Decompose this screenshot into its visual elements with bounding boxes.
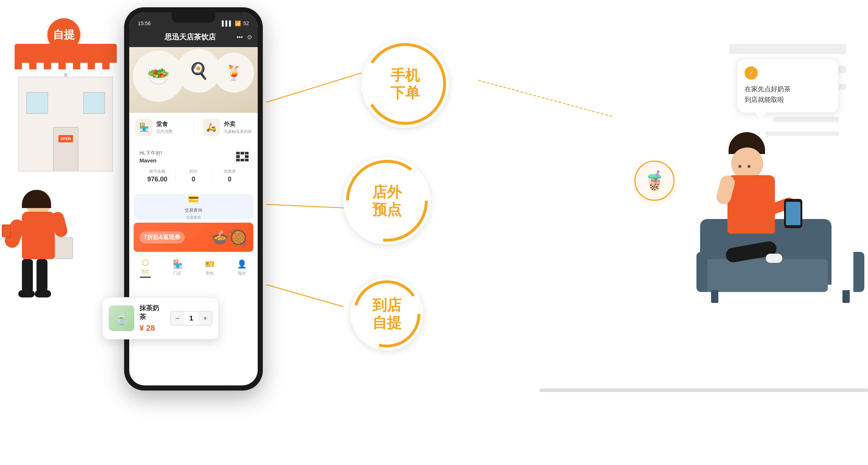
feature-pickup: 到店自提: [350, 277, 423, 350]
store-roof-stripe: [15, 63, 117, 69]
hero-image: 🥗 🍳 🍹: [129, 47, 258, 113]
profile-label: 我的: [238, 270, 246, 276]
order-type-delivery[interactable]: 🛵 外卖 无接触送喜到家: [203, 119, 252, 136]
leg-left: [22, 259, 33, 292]
phone-content-mid: 💳 交易查询 交易查询 7折起&返现券 🍲🥘: [129, 191, 258, 255]
dine-in-title: 堂食: [156, 120, 172, 128]
qty-control: − 1 +: [170, 311, 212, 326]
eye-right: [748, 165, 750, 168]
qty-decrease-button[interactable]: −: [171, 312, 184, 325]
person-left: [11, 190, 69, 343]
sofa-armrest-right: [853, 252, 864, 292]
store-section: 自提 OPEN: [0, 0, 139, 465]
dine-in-icon: 🏪: [135, 119, 153, 136]
qty-increase-button[interactable]: +: [199, 312, 212, 325]
leg-right: [37, 259, 47, 292]
check-icon: ✓: [745, 66, 758, 80]
ring-svg-3: [350, 277, 423, 350]
delivery-sub: 无接触送喜到家: [224, 129, 252, 134]
hero-bg: 🥗 🍳 🍹: [129, 47, 258, 113]
nav-voucher[interactable]: 🎫 券包: [193, 260, 226, 276]
user-hello: Hi,下午好!: [139, 150, 162, 157]
shoe-left: [18, 290, 35, 297]
store-door: OPEN: [53, 127, 78, 171]
bubble-text: 在家先点好奶茶到店就能取啦: [745, 84, 831, 105]
order-types: 🏪 堂食 店内消费 🛵 外卖 无接触送喜到家: [129, 113, 258, 142]
store-label: 门店: [173, 270, 181, 276]
transaction-label: 交易查询: [185, 207, 202, 214]
shoe: [766, 254, 782, 263]
store-building: OPEN: [15, 44, 117, 182]
mini-screen: [786, 202, 800, 225]
user-text: Hi,下午好! Maven: [139, 150, 162, 164]
quick-action-transaction[interactable]: 💳 交易查询 交易查询: [134, 194, 253, 220]
phone-container: 15:56 ▌▌▌ 📶 52 思迅天店茶饮店 ••• ⊙: [124, 7, 263, 391]
product-image: 🍵: [109, 305, 134, 331]
sofa-armrest-left: [696, 252, 707, 292]
cup: [2, 224, 11, 237]
voucher-icon: 🎫: [205, 260, 215, 269]
profile-icon: 👤: [237, 260, 247, 269]
points-value: 0: [176, 176, 211, 183]
product-name: 抹茶奶茶: [139, 304, 165, 321]
product-info: 抹茶奶茶 ¥ 28: [139, 304, 165, 333]
shoe-right: [35, 290, 51, 297]
header-icons: ••• ⊙: [237, 34, 252, 41]
eye-left: [738, 165, 741, 168]
nav-store[interactable]: 🏪 门店: [161, 260, 193, 276]
signal-icon: ▌▌▌: [222, 20, 233, 26]
stat-points: 积分 0: [176, 169, 211, 183]
store-roof-main: [15, 44, 117, 69]
voucher-label: 券包: [206, 270, 214, 276]
qty-value: 1: [184, 313, 199, 324]
stat-coupon: 优惠券 0: [212, 169, 247, 183]
product-price: ¥ 28: [139, 323, 165, 333]
sofa-seat: [704, 259, 828, 292]
user-name: Maven: [139, 157, 162, 164]
sofa-leg-left: [711, 290, 718, 303]
wifi-icon: 📶: [235, 20, 241, 26]
user-greeting: Hi,下午好! Maven: [139, 150, 247, 164]
promo-food: 🍲🥘: [211, 229, 247, 246]
bubble-header: ✓: [745, 66, 831, 80]
store-window-right: [83, 92, 105, 114]
coupon-value: 0: [212, 176, 247, 183]
svg-point-6: [355, 282, 419, 346]
app-title: 思迅天店茶饮店: [165, 32, 216, 42]
transaction-icon: 💳: [188, 194, 199, 204]
store-roof: [15, 44, 117, 77]
user-card: Hi,下午好! Maven 账号余额 976.00: [134, 145, 253, 188]
food-plate-1: 🥗: [133, 51, 184, 102]
time-display: 15:56: [138, 20, 151, 26]
person-body-right: [722, 161, 795, 263]
person-sitting-area: [700, 109, 861, 314]
features-section: 手机下单 店外预点 到店自提: [270, 29, 489, 394]
store-window-left: [26, 92, 48, 114]
phone-notch: [172, 12, 215, 23]
actions-row: 💳 交易查询 交易查询: [134, 194, 253, 220]
head: [731, 147, 763, 180]
ring-svg-1: [361, 40, 449, 128]
person-hair: [22, 190, 51, 208]
coupon-label: 优惠券: [212, 169, 247, 174]
status-icons: ▌▌▌ 📶 52: [222, 20, 249, 26]
home-label: 首页: [141, 269, 149, 274]
food-plate-3: 🍹: [214, 53, 254, 93]
svg-point-4: [366, 45, 445, 123]
qr-code-icon[interactable]: [234, 150, 247, 163]
nav-dot: [140, 277, 151, 278]
product-card: 🍵 抹茶奶茶 ¥ 28 − 1 +: [102, 297, 219, 339]
order-type-dine-in[interactable]: 🏪 堂食 店内消费: [135, 119, 185, 136]
speech-bubble: ✓ 在家先点好奶茶到店就能取啦: [737, 58, 839, 113]
location-icon[interactable]: ⊙: [247, 34, 252, 41]
stat-balance: 账号余额 976.00: [139, 169, 175, 183]
nav-home[interactable]: ⬡ 首页: [129, 258, 161, 278]
transaction-sub: 交易查询: [186, 215, 201, 220]
delivery-icon: 🛵: [203, 119, 220, 136]
feature-outside-preorder: 店外预点: [343, 157, 431, 245]
promo-banner[interactable]: 7折起&返现券 🍲🥘: [134, 223, 253, 252]
delivery-info: 外卖 无接触送喜到家: [224, 120, 252, 134]
nav-profile[interactable]: 👤 我的: [226, 260, 258, 276]
more-icon[interactable]: •••: [237, 34, 243, 41]
promo-text: 7折起&返现券: [144, 234, 180, 240]
